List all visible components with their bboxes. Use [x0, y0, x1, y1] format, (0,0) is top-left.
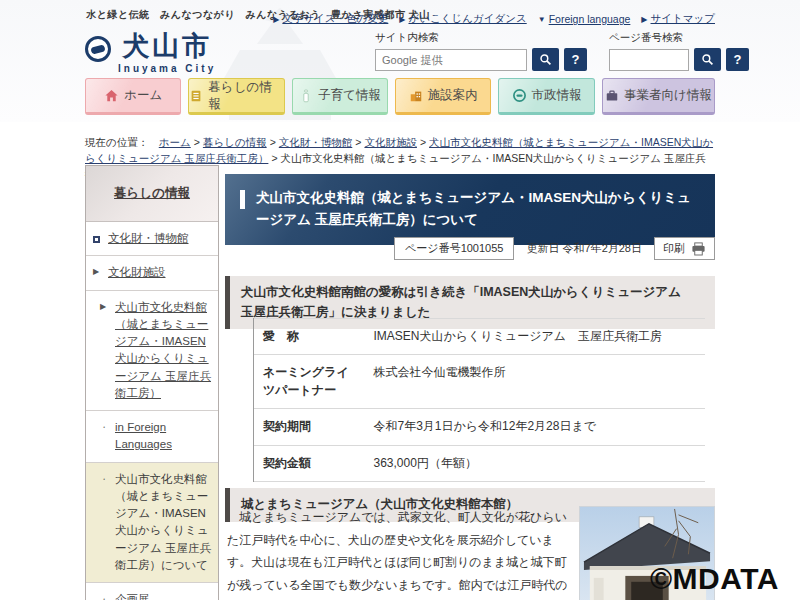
nav-home[interactable]: ホーム	[85, 78, 181, 115]
sidebar: 暮らしの情報 文化財・博物館 ▶ 文化財施設 ▶ 犬山市文化史料館（城とまちミュ…	[85, 165, 219, 600]
dot-bullet-icon: ・	[100, 591, 111, 600]
sidebar-item-cultural-assets[interactable]: 文化財・博物館	[86, 222, 218, 255]
baby-bottle-icon	[299, 89, 313, 103]
sidebar-item-museum[interactable]: ▶ 犬山市文化史料館（城とまちミュージアム・IMASEN犬山からくりミュージアム…	[86, 290, 218, 411]
updated-date: 更新日 令和7年2月28日	[526, 241, 642, 256]
page-number-search-input[interactable]	[609, 49, 689, 71]
site-search-help-button[interactable]: ?	[564, 48, 587, 71]
nav-city-government-info[interactable]: 市政情報	[498, 78, 594, 115]
logo-subtitle: Inuyama City	[118, 63, 216, 74]
row-value: IMASEN犬山からくりミュージアム 玉屋庄兵衛工房	[358, 319, 706, 355]
museum-description-block: 城とまちミュージアムでは、武家文化、町人文化が花ひらいた江戸時代を中心に、犬山の…	[227, 506, 715, 600]
row-label: 契約期間	[254, 409, 358, 445]
dot-bullet-icon: ・	[100, 471, 111, 485]
site-search-input[interactable]	[375, 49, 527, 71]
notebook-icon	[189, 89, 203, 103]
sidebar-item-cultural-facilities[interactable]: ▶ 文化財施設	[86, 255, 218, 289]
row-value: 令和7年3月1日から令和12年2月28日まで	[358, 409, 706, 445]
city-emblem-icon	[85, 36, 111, 62]
building-icon	[409, 89, 423, 103]
home-icon	[104, 88, 119, 103]
breadcrumb-cultural-assets[interactable]: 文化財・博物館	[279, 136, 353, 148]
sidebar-item-foreign-languages[interactable]: ・ in Foreign Languages	[86, 410, 218, 462]
link-foreign-language[interactable]: ▼ Foreign language	[538, 12, 631, 26]
sidebar-title-link[interactable]: 暮らしの情報	[114, 185, 190, 202]
arrow-right-icon: ▶	[93, 264, 104, 276]
sidebar-title: 暮らしの情報	[86, 166, 218, 222]
row-value: 363,000円（年額）	[358, 445, 706, 481]
arrow-right-icon: ▶	[100, 299, 111, 311]
city-emblem-icon	[512, 88, 527, 103]
site-search-button[interactable]	[532, 48, 559, 71]
page-number-search-label: ページ番号検索	[609, 31, 749, 45]
printer-icon	[691, 242, 706, 256]
dot-bullet-icon: ・	[100, 419, 111, 433]
row-value: 株式会社今仙電機製作所	[358, 355, 706, 409]
global-nav: ホーム 暮らしの情報 子育て情報 施設案内 市政情報 事業者	[85, 78, 715, 115]
chevron-down-icon: ▼	[538, 15, 546, 24]
search-area: サイト内検索 ? ページ番号検索	[375, 31, 749, 71]
site-search-block: サイト内検索 ?	[375, 31, 587, 71]
search-icon	[539, 53, 552, 66]
row-label: 愛 称	[254, 319, 358, 355]
square-bullet-icon	[93, 230, 104, 245]
link-sitemap[interactable]: ▶ サイトマップ	[641, 12, 715, 26]
sidebar-item-special-exhibitions[interactable]: ・ 企画展	[86, 582, 218, 600]
site-search-label: サイト内検索	[375, 31, 587, 45]
arrow-right-icon: ▶	[273, 15, 279, 24]
page-number-search-block: ページ番号検索 ?	[609, 31, 749, 71]
page-number-badge: ページ番号1001055	[394, 237, 514, 260]
page-number-help-button[interactable]: ?	[726, 48, 749, 71]
page-title: 犬山市文化史料館（城とまちミュージアム・IMASEN犬山からくりミュージアム 玉…	[225, 174, 715, 245]
logo-title: 犬山市	[122, 32, 212, 62]
nav-childcare-info[interactable]: 子育て情報	[292, 78, 388, 115]
nav-business-info[interactable]: 事業者向け情報	[602, 78, 715, 115]
nav-facility-guide[interactable]: 施設案内	[395, 78, 491, 115]
breadcrumb-home[interactable]: ホーム	[159, 136, 191, 148]
print-button[interactable]: 印刷	[654, 237, 715, 260]
link-text-size[interactable]: ▶ 文字サイズ・色の変更	[273, 12, 388, 26]
table-row: 契約期間 令和7年3月1日から令和12年2月28日まで	[254, 409, 706, 445]
page-number-search-button[interactable]	[694, 48, 721, 71]
breadcrumb-living-info[interactable]: 暮らしの情報	[203, 136, 267, 148]
table-row: 愛 称 IMASEN犬山からくりミュージアム 玉屋庄兵衛工房	[254, 319, 706, 355]
city-logo[interactable]: 犬山市 Inuyama City	[85, 32, 216, 74]
table-row: 契約金額 363,000円（年額）	[254, 445, 706, 481]
arrow-right-icon: ▶	[641, 15, 647, 24]
table-row: ネーミングライツパートナー 株式会社今仙電機製作所	[254, 355, 706, 409]
arrow-right-icon: ▶	[399, 15, 405, 24]
mdata-watermark: ©MDATA	[650, 562, 779, 596]
inuyama-city-page: 水と緑と伝統 みんなつながり みんなうるおう 豊かさ実感都市 犬山 犬山市 In…	[0, 0, 800, 600]
sidebar-item-museum-about-current: ・ 犬山市文化史料館（城とまちミュージアム・IMASEN犬山からくりミュージアム…	[86, 462, 218, 583]
row-label: 契約金額	[254, 445, 358, 481]
naming-rights-table: 愛 称 IMASEN犬山からくりミュージアム 玉屋庄兵衛工房 ネーミングライツパ…	[253, 318, 705, 482]
row-label: ネーミングライツパートナー	[254, 355, 358, 409]
search-icon	[701, 53, 714, 66]
header-quick-links: ▶ 文字サイズ・色の変更 ▶ がいこくじんガイダンス ▼ Foreign lan…	[273, 12, 715, 26]
briefcase-icon	[605, 89, 619, 103]
nav-living-info[interactable]: 暮らしの情報	[188, 78, 284, 115]
link-foreigner-guidance[interactable]: ▶ がいこくじんガイダンス	[399, 12, 526, 26]
page-meta: ページ番号1001055 更新日 令和7年2月28日 印刷	[225, 237, 715, 260]
breadcrumb-cultural-facilities[interactable]: 文化財施設	[364, 136, 417, 148]
breadcrumb-prefix: 現在の位置：	[85, 136, 159, 148]
